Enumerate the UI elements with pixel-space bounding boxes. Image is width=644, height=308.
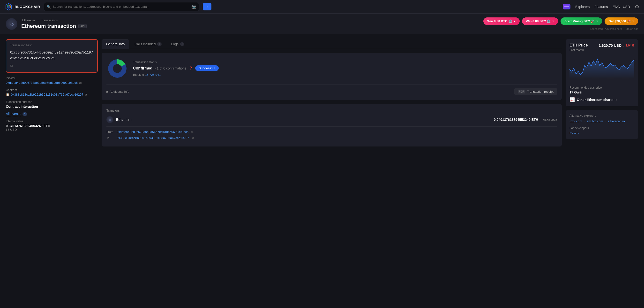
nav-lang-currency[interactable]: ENG · USD: [612, 5, 630, 9]
gas-row: Recommended gas price 17 Gwei: [570, 83, 634, 94]
other-charts-link[interactable]: 📈 Other Ethereum charts →: [570, 97, 634, 102]
nav-features[interactable]: Features: [594, 5, 608, 9]
alt-link-ethbtc[interactable]: eth.btc.com: [587, 119, 603, 123]
breadcrumb: Ethereum · Transactions: [21, 19, 86, 22]
pdf-icon: PDF: [518, 90, 525, 94]
advertise-link[interactable]: Advertise here: [605, 27, 622, 30]
initiator-row: Initiator 0xdafea492d9c6733ae3d56b7ed1ad…: [6, 77, 98, 85]
transfers-label: Transfers: [106, 109, 557, 112]
ether-icon: ◇: [106, 116, 113, 123]
from-row: From 0xdafea492d9c6733ae3d56b7ed1adb6069…: [106, 130, 557, 134]
turn-off-ads-link[interactable]: Turn off ads: [624, 27, 638, 30]
wallet-icon[interactable]: [563, 4, 570, 10]
transfer-amount: 0.0401376138945532​49 ETH · 65.58 USD: [494, 118, 557, 122]
internal-usd-value: 66 USD: [6, 128, 98, 131]
to-address[interactable]: 0x388c818ca8b9251b393131c08a736a67ccb192…: [116, 136, 189, 140]
block-id-link[interactable]: 16,725,941: [145, 73, 161, 77]
block-id-row: Block id 16,725,941: [133, 73, 219, 77]
sponsored-text: Sponsored · Advertise here · Turn off ad…: [590, 27, 638, 30]
search-input[interactable]: [53, 5, 190, 9]
from-copy-icon[interactable]: ⧉: [191, 130, 194, 134]
internal-value-amount: 0.0401376138945532​49 ETH: [6, 124, 98, 128]
additional-info-row: ▶ Additional info PDF Transaction receip…: [106, 85, 557, 95]
promo-mining[interactable]: Start Mining BTC 🚀 ▼: [560, 18, 602, 25]
receipt-button[interactable]: PDF Transaction receipt: [514, 88, 557, 95]
contract-row: Contract 📋 0x388c818ca8b9251b393131c08a7…: [6, 88, 98, 97]
main-header: BLOCKCHAIR 🔍 📷 → Explorers Features ENG …: [0, 0, 644, 14]
tab-logs-badge: 1: [180, 42, 184, 46]
from-address[interactable]: 0xdafea492d9c6733ae3d56b7ed1adb60692c98b…: [116, 130, 188, 134]
contract-address[interactable]: 0x388c818ca8b9251b393131c08a736a67ccb192…: [11, 93, 83, 96]
nav-explorers[interactable]: Explorers: [575, 5, 590, 9]
tab-general-info[interactable]: General info: [102, 40, 129, 49]
all-events-row: All events 1: [6, 112, 98, 116]
promo-win-btc-2[interactable]: Win 8.88 BTC 🏦 ▼: [522, 18, 558, 25]
search-go-button[interactable]: →: [203, 3, 212, 11]
to-row: To 0x388c818ca8b9251b393131c08a736a67ccb…: [106, 136, 557, 140]
price-header: ETH Price 1,620.70 USD ↓ 1.04%: [570, 43, 634, 48]
promo-get-money[interactable]: Get $20,000 🎉 ▼: [604, 18, 638, 25]
alt-explorers-label: Alternative explorers: [570, 114, 634, 117]
header-right: Explorers Features ENG · USD ⚙: [563, 4, 639, 10]
initiator-copy-icon[interactable]: ⧉: [79, 81, 82, 85]
svg-rect-5: [564, 6, 569, 7]
contract-icon: 📋: [6, 93, 10, 96]
tx-hash-copy-icon[interactable]: ⧉: [10, 63, 12, 68]
transfer-currency: Ether ETH: [116, 118, 132, 122]
svg-marker-8: [570, 59, 634, 79]
page-header: ◇ Ethereum · Transactions Ethereum trans…: [0, 14, 644, 34]
eth-price-title: ETH Price: [570, 43, 588, 48]
alt-link-3xpl[interactable]: 3xpl.com: [570, 119, 582, 123]
tx-hash-value: 0xcc3f90b731f544c5e09acf891249e79526a7b1…: [10, 49, 94, 68]
logo[interactable]: BLOCKCHAIR: [5, 3, 40, 11]
raw-tx-link[interactable]: Raw tx: [570, 131, 579, 135]
internal-value-label: Internal value: [6, 120, 98, 123]
left-panel: Transaction hash 0xcc3f90b731f544c5e09ac…: [6, 39, 98, 146]
eth-price-change: ↓ 1.04%: [623, 44, 634, 47]
promo-win-btc-1[interactable]: Win 8.88 BTC 🏦 ▼: [483, 18, 520, 25]
transfers-card: Transfers ◇ Ether ETH 0.0401376138945532…: [102, 104, 562, 146]
to-label: To: [106, 136, 114, 140]
tab-logs[interactable]: Logs 1: [167, 40, 189, 49]
alt-link-etherscan[interactable]: etherscan.io: [608, 119, 625, 123]
page-header-left: ◇ Ethereum · Transactions Ethereum trans…: [6, 18, 86, 30]
tx-hash-label: Transaction hash: [10, 44, 94, 47]
tab-calls-included[interactable]: Calls included 1: [130, 40, 166, 49]
additional-info-toggle[interactable]: ▶ Additional info: [106, 90, 130, 94]
contract-label: Contract: [6, 88, 98, 92]
right-panel: ETH Price 1,620.70 USD ↓ 1.04% Last mont…: [566, 39, 638, 146]
alt-explorers-card: Alternative explorers 3xpl.com · eth.btc…: [566, 110, 638, 139]
price-chart: [570, 55, 634, 79]
tx-confirmed-text: Confirmed: [133, 66, 152, 71]
transfer-ether-row: ◇ Ether ETH 0.0401376138945532​49 ETH · …: [106, 116, 557, 127]
confirmations-help-icon[interactable]: ❓: [189, 66, 193, 70]
promo-buttons: Win 8.88 BTC 🏦 ▼ Win 8.88 BTC 🏦 ▼ Start …: [483, 18, 638, 25]
camera-button[interactable]: 📷: [191, 4, 196, 9]
api-badge[interactable]: API: [78, 24, 86, 28]
search-icon: 🔍: [47, 5, 51, 9]
search-bar: 🔍 📷: [44, 2, 199, 11]
main-layout: Transaction hash 0xcc3f90b731f544c5e09ac…: [0, 34, 644, 151]
price-period: Last month: [570, 49, 634, 52]
initiator-address[interactable]: 0xdafea492d9c6733ae3d56b7ed1adb60692c98b…: [6, 81, 78, 85]
eth-price-value: 1,620.70 USD: [599, 43, 622, 48]
gas-value: 17 Gwei: [570, 90, 634, 94]
to-copy-icon[interactable]: ⧉: [192, 136, 194, 140]
eth-logo-icon: ◇: [6, 18, 18, 30]
all-events-link[interactable]: All events: [6, 112, 20, 116]
for-dev-label: For developers: [570, 126, 634, 130]
page-title-area: Ethereum · Transactions Ethereum transac…: [21, 19, 86, 29]
initiator-label: Initiator: [6, 77, 98, 80]
purpose-value: Contract interaction: [6, 105, 98, 109]
status-card: Transaction status Confirmed · 1 of 6 co…: [102, 53, 562, 100]
purpose-label: Transaction purpose: [6, 100, 98, 104]
settings-icon[interactable]: ⚙: [635, 4, 639, 10]
center-panel: General info Calls included 1 Logs 1: [102, 39, 562, 146]
success-badge: Successful: [195, 65, 219, 71]
contract-copy-icon[interactable]: ⧉: [85, 93, 87, 97]
tx-status-row: Transaction status Confirmed · 1 of 6 co…: [106, 58, 557, 85]
tx-confirmations: · 1 of 6 confirmations: [155, 66, 186, 70]
price-card: ETH Price 1,620.70 USD ↓ 1.04% Last mont…: [566, 39, 638, 106]
tx-status-info: Transaction status Confirmed · 1 of 6 co…: [133, 61, 219, 77]
blockchair-logo-icon: [5, 3, 12, 11]
